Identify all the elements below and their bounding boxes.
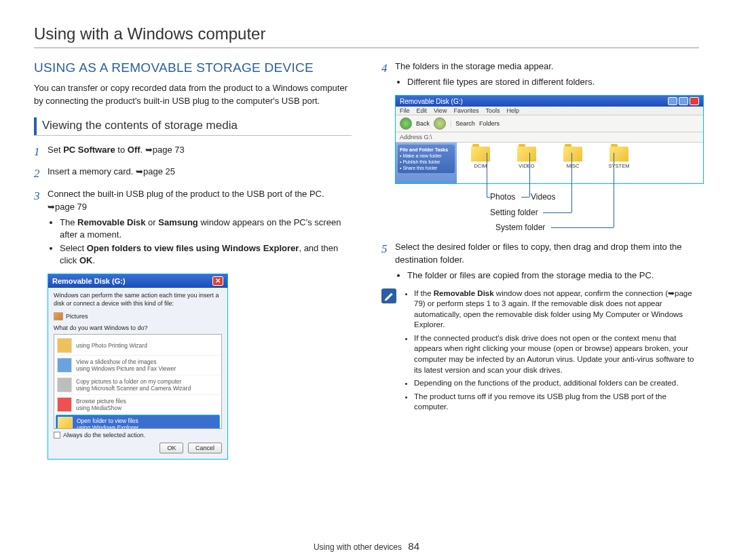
dialog-description: Windows can perform the same action each… — [54, 292, 222, 307]
folder-icon — [517, 147, 536, 162]
step-number: 3 — [34, 188, 48, 268]
sidebar-task: • Publish this folder — [400, 159, 453, 165]
right-column: 4The folders in the storage media appear… — [381, 60, 699, 468]
folder-label: DCIM — [474, 163, 487, 169]
sub-heading: Viewing the contents of storage media — [34, 117, 352, 136]
note-item: If the connected product's disk drive do… — [414, 333, 699, 375]
option-icon — [57, 358, 72, 373]
option-icon — [57, 377, 72, 392]
close-icon — [690, 97, 699, 105]
folder-item: VIDEO — [510, 147, 544, 169]
page-footer: Using with other devices 84 — [0, 540, 733, 552]
step-number: 1 — [34, 144, 48, 161]
option-icon — [57, 397, 72, 412]
menu-item: Edit — [417, 107, 428, 114]
explorer-titlebar: Removable Disk (G:) — [396, 96, 703, 107]
folder-item: MISC — [556, 147, 590, 169]
ok-button: OK — [159, 443, 183, 453]
notes-section: If the Removable Disk window does not ap… — [381, 288, 699, 415]
dialog-option: using Photo Printing Wizard — [56, 336, 220, 356]
callout-videos: Videos — [531, 192, 555, 202]
sidebar-task: • Share this folder — [400, 165, 453, 171]
dialog-option-list: using Photo Printing WizardView a slides… — [54, 334, 222, 429]
maximize-icon — [679, 97, 688, 105]
note-item: If the Removable Disk window does not ap… — [414, 288, 699, 331]
explorer-content-pane: DCIMVIDEOMISCSYSTEM — [457, 143, 703, 183]
menu-item: View — [434, 107, 447, 114]
step-item: 2Insert a memory card. ➥page 25 — [34, 166, 352, 183]
step-item: 4The folders in the storage media appear… — [381, 60, 699, 90]
pictures-icon — [54, 312, 63, 320]
bullet-item: Select Open folders to view files using … — [60, 242, 352, 267]
explorer-toolbar: Back | Search Folders — [396, 115, 703, 132]
bullet-item: The Removable Disk or Samsung window app… — [60, 217, 352, 241]
always-do-checkbox-row: Always do the selected action. — [54, 432, 222, 438]
note-icon — [381, 288, 396, 303]
always-do-label: Always do the selected action. — [63, 432, 145, 438]
step-number: 5 — [381, 241, 395, 283]
dialog-option: Browse picture filesusing MediaShow — [56, 395, 220, 415]
dialog-question: What do you want Windows to do? — [54, 324, 222, 331]
step-number: 4 — [381, 60, 395, 90]
folder-label: MISC — [567, 163, 580, 169]
callout-system-folder: System folder — [495, 223, 545, 232]
menu-item: Favorites — [453, 107, 478, 114]
step-item: 5Select the desired folder or files to c… — [381, 241, 699, 283]
note-item: Depending on the functions of the produc… — [414, 378, 699, 389]
folder-icon — [563, 147, 582, 162]
dialog-title-text: Removable Disk (G:) — [52, 277, 126, 285]
forward-icon — [434, 117, 446, 130]
explorer-addressbar: Address G:\ — [396, 132, 703, 143]
cancel-button: Cancel — [188, 443, 222, 453]
checkbox-icon — [54, 432, 60, 438]
dialog-option-selected: Open folder to view filesusing Windows E… — [56, 415, 220, 429]
folder-label: VIDEO — [519, 163, 534, 169]
folder-icon — [609, 147, 628, 162]
step-5: 5Select the desired folder or files to c… — [381, 241, 699, 283]
steps-left: 1Set PC Software to Off. ➥page 732Insert… — [34, 144, 352, 269]
bullet-item: Different file types are stored in diffe… — [407, 76, 699, 88]
menu-item: File — [400, 107, 410, 114]
explorer-menubar: FileEditViewFavoritesToolsHelp — [396, 107, 703, 115]
left-column: USING AS A REMOVABLE STORAGE DEVICE You … — [34, 60, 352, 468]
steps-right: 4The folders in the storage media appear… — [381, 60, 699, 90]
dialog-titlebar: Removable Disk (G:) ✕ — [48, 274, 227, 288]
option-icon — [57, 338, 72, 353]
section-heading: USING AS A REMOVABLE STORAGE DEVICE — [34, 60, 352, 75]
step-number: 2 — [34, 166, 48, 183]
folder-item: DCIM — [464, 147, 497, 169]
callout-setting-folder: Setting folder — [490, 208, 538, 217]
menu-item: Tools — [485, 107, 500, 114]
dialog-option: View a slideshow of the imagesusing Wind… — [56, 356, 220, 375]
step-item: 1Set PC Software to Off. ➥page 73 — [34, 144, 352, 161]
explorer-sidebar: File and Folder Tasks • Make a new folde… — [396, 143, 457, 183]
dialog-option: Copy pictures to a folder on my computer… — [56, 375, 220, 395]
step-item: 3Connect the built-in USB plug of the pr… — [34, 188, 352, 268]
folder-callouts: Photos Videos Setting folder System fold… — [395, 187, 699, 241]
page-title: Using with a Windows computer — [34, 24, 699, 48]
intro-text: You can transfer or copy recorded data f… — [34, 82, 352, 108]
note-item: The product turns off if you remove its … — [414, 392, 699, 413]
folder-label: SYSTEM — [609, 163, 630, 169]
sidebar-task: • Make a new folder — [400, 153, 453, 159]
back-icon — [400, 117, 412, 130]
callout-photos: Photos — [490, 192, 515, 202]
explorer-window-figure: Removable Disk (G:) FileEditViewFavorite… — [395, 95, 704, 184]
minimize-icon — [668, 97, 677, 105]
folder-icon — [58, 417, 73, 429]
pictures-label: Pictures — [66, 313, 88, 320]
notes-list: If the Removable Disk window does not ap… — [403, 288, 699, 415]
menu-item: Help — [506, 107, 519, 114]
close-icon: ✕ — [212, 276, 223, 286]
removable-disk-dialog-figure: Removable Disk (G:) ✕ Windows can perfor… — [48, 274, 228, 459]
folder-item: SYSTEM — [602, 147, 636, 169]
bullet-item: The folder or files are copied from the … — [407, 269, 699, 282]
